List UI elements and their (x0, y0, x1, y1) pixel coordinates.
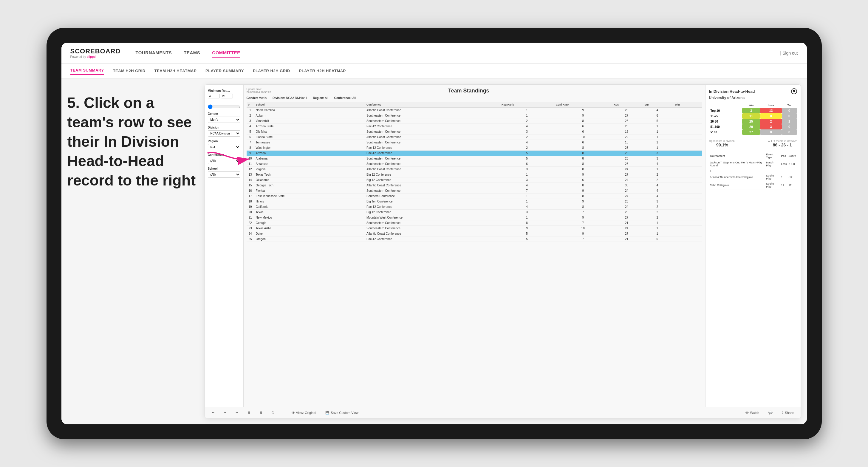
h2h-row: 11-25 11 8 0 (709, 113, 797, 119)
table-row[interactable]: 12 Virginia Atlantic Coast Conference 3 … (247, 167, 702, 172)
sub-nav-team-h2h-grid[interactable]: TEAM H2H GRID (113, 67, 146, 74)
team-rank: 5 (247, 129, 254, 134)
gender-filter-select[interactable]: Men's (208, 117, 240, 123)
table-row[interactable]: 1 North Carolina Atlantic Coast Conferen… (247, 108, 702, 113)
team-conf-rank: 9 (554, 172, 612, 178)
comment-button[interactable]: 💬 (766, 410, 775, 415)
team-rank: 6 (247, 134, 254, 140)
sub-nav-player-summary[interactable]: PLAYER SUMMARY (206, 67, 244, 74)
table-row[interactable]: 19 California Pac-12 Conference 4 8 24 2 (247, 204, 702, 210)
team-school: Georgia Tech (254, 183, 365, 188)
table-row[interactable]: 2 Auburn Southeastern Conference 1 9 27 … (247, 113, 702, 118)
team-conf-rank: 9 (554, 215, 612, 220)
nav-tournaments[interactable]: TOURNAMENTS (135, 49, 172, 58)
team-rds: 27 (612, 172, 641, 178)
paste-button[interactable]: ⊟ (257, 410, 265, 415)
team-win (673, 167, 702, 172)
team-reg-rank: 6 (500, 161, 554, 167)
table-row[interactable]: 23 Texas A&M Southeastern Conference 9 1… (247, 226, 702, 231)
table-row[interactable]: 15 Georgia Tech Atlantic Coast Conferenc… (247, 183, 702, 188)
team-rds: 23 (612, 145, 641, 151)
filter-info-row: Gender: Men's Division: NCAA Division I … (247, 96, 702, 100)
save-custom-button[interactable]: 💾 Save Custom View (323, 410, 361, 415)
school-filter-select[interactable]: (All) (208, 172, 240, 178)
team-tour: 3 (641, 156, 673, 161)
region-label: Region: All (313, 96, 328, 100)
logo-powered: Powered by clippd (70, 55, 121, 58)
col-reg-rank: Reg Rank (500, 102, 554, 108)
team-win (673, 204, 702, 210)
team-school: Georgia (254, 220, 365, 226)
table-row[interactable]: 18 Illinois Big Ten Conference 1 9 23 3 (247, 199, 702, 204)
redo-button[interactable]: ↪ (233, 410, 241, 415)
sub-nav-team-h2h-heatmap[interactable]: TEAM H2H HEATMAP (154, 67, 196, 74)
standings-table: # School Conference Reg Rank Conf Rank R… (247, 102, 702, 242)
redo-partial-button[interactable]: ↪ (221, 410, 229, 415)
team-conf-rank: 6 (554, 124, 612, 129)
team-school: Oregon (254, 237, 365, 242)
nav-teams[interactable]: TEAMS (184, 49, 200, 58)
h2h-col-range (709, 103, 742, 108)
team-reg-rank: 3 (500, 167, 554, 172)
table-row[interactable]: 24 Duke Atlantic Coast Conference 5 9 27… (247, 231, 702, 237)
table-row[interactable]: 13 Texas Tech Big 12 Conference 1 9 27 2 (247, 172, 702, 178)
tourn-pos: 1 (780, 173, 787, 181)
top-nav: SCOREBOARD Powered by clippd TOURNAMENTS… (61, 43, 807, 64)
team-conf-rank: 7 (554, 220, 612, 226)
table-row[interactable]: 14 Oklahoma Big 12 Conference 3 6 24 2 (247, 178, 702, 183)
table-row[interactable]: 6 Florida State Atlantic Coast Conferenc… (247, 134, 702, 140)
table-row[interactable]: 20 Texas Big 12 Conference 3 7 20 2 (247, 210, 702, 215)
copy-button[interactable]: ⊞ (245, 410, 253, 415)
team-rds: 27 (612, 113, 641, 118)
h2h-stats: Opponents in division: 99.1% W-L-T recor… (709, 138, 797, 149)
team-reg-rank: 9 (500, 226, 554, 231)
min-rounds-max[interactable] (221, 94, 233, 98)
h2h-close-button[interactable]: ✕ (791, 88, 797, 94)
table-row[interactable]: 25 Oregon Pac-12 Conference 5 7 21 0 (247, 237, 702, 242)
table-row[interactable]: 11 Arkansas Southeastern Conference 6 8 … (247, 161, 702, 167)
team-rank: 16 (247, 188, 254, 193)
team-conference: Mountain West Conference (365, 215, 500, 220)
table-row[interactable]: 17 East Tennessee State Southern Confere… (247, 193, 702, 199)
team-conf-rank: 9 (554, 199, 612, 204)
tourn-type: Match Play (765, 160, 780, 168)
team-conference: Pac-12 Conference (365, 151, 500, 156)
sub-nav-player-h2h-heatmap[interactable]: PLAYER H2H HEATMAP (299, 67, 346, 74)
table-row[interactable]: 16 Florida Southeastern Conference 7 9 2… (247, 188, 702, 193)
sub-nav-team-summary[interactable]: TEAM SUMMARY (70, 66, 104, 75)
table-row[interactable]: 10 Alabama Southeastern Conference 5 8 2… (247, 156, 702, 161)
table-row[interactable]: 3 Vanderbilt Southeastern Conference 2 8… (247, 118, 702, 124)
sign-out-link[interactable]: | Sign out (780, 51, 798, 56)
view-original-button[interactable]: 👁 View: Original (289, 410, 319, 415)
h2h-row: >100 27 0 0 (709, 129, 797, 135)
team-conference: Pac-12 Conference (365, 237, 500, 242)
table-row[interactable]: 22 Georgia Southeastern Conference 8 7 2… (247, 220, 702, 226)
sub-nav: TEAM SUMMARY TEAM H2H GRID TEAM H2H HEAT… (61, 64, 807, 79)
table-row[interactable]: 4 Arizona State Pac-12 Conference 4 6 26… (247, 124, 702, 129)
team-tour: 3 (641, 151, 673, 156)
min-rounds-slider[interactable] (208, 104, 240, 109)
undo-button[interactable]: ↩ (209, 410, 217, 415)
h2h-team-name: University of Arizona (709, 96, 797, 100)
share-button[interactable]: ⤴ Share (779, 410, 796, 415)
team-rds: 18 (612, 129, 641, 134)
h2h-win: 25 (742, 119, 760, 124)
table-row[interactable]: 7 Tennessee Southeastern Conference 4 6 … (247, 140, 702, 145)
team-tour: 6 (641, 113, 673, 118)
table-row[interactable]: 8 Washington Pac-12 Conference 2 8 23 1 (247, 145, 702, 151)
sub-nav-player-h2h-grid[interactable]: PLAYER H2H GRID (253, 67, 290, 74)
min-rounds-min[interactable] (208, 94, 220, 98)
division-filter-select[interactable]: NCAA Division I (208, 130, 240, 136)
nav-items: TOURNAMENTS TEAMS COMMITTEE (135, 49, 780, 58)
table-row[interactable]: 21 New Mexico Mountain West Conference 1… (247, 215, 702, 220)
clock-button[interactable]: ⏱ (269, 410, 277, 415)
team-tour: 1 (641, 226, 673, 231)
nav-committee[interactable]: COMMITTEE (212, 49, 240, 58)
team-rank: 4 (247, 124, 254, 129)
wlt-value: 86 - 26 - 1 (768, 143, 797, 147)
table-row[interactable]: 5 Ole Miss Southeastern Conference 3 6 1… (247, 129, 702, 134)
tournament-table: Tournament Event Type Pos Score Jackson … (709, 152, 797, 189)
tourn-type: Stroke Play (765, 173, 780, 181)
watch-button[interactable]: 👁 Watch (743, 410, 762, 415)
table-row[interactable]: 9 Arizona Pac-12 Conference 5 8 23 3 (247, 151, 702, 156)
